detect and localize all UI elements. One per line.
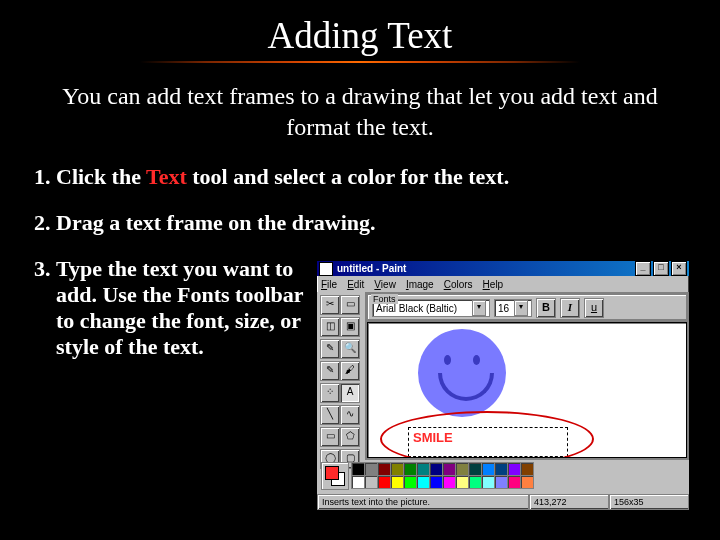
chevron-down-icon: ▾ [514, 300, 528, 316]
font-name-value: Arial Black (Baltic) [376, 303, 457, 314]
status-dim: 156x35 [609, 494, 689, 510]
intro-text: You can add text frames to a drawing tha… [40, 81, 680, 142]
paint-menubar: FFileile Edit View Image Colors Help [317, 276, 689, 292]
color-swatch[interactable] [429, 462, 443, 476]
step-3: Type the text you want to add. Use the F… [56, 256, 336, 360]
status-message: Inserts text into the picture. [317, 494, 529, 510]
color-swatch[interactable] [494, 462, 508, 476]
tool-line[interactable]: ╲ [320, 405, 340, 425]
color-swatch[interactable] [351, 462, 365, 476]
step-1-part-c: tool and select a color for the text. [187, 164, 509, 189]
tool-fill[interactable]: ▣ [340, 317, 360, 337]
tool-picker[interactable]: ✎ [320, 339, 340, 359]
menu-image[interactable]: Image [406, 279, 434, 290]
color-swatch[interactable] [442, 462, 456, 476]
paint-statusbar: Inserts text into the picture. 413,272 1… [317, 494, 689, 510]
color-swatch[interactable] [442, 475, 456, 489]
color-swatch[interactable] [455, 462, 469, 476]
paint-body: ✂ ▭ ◫ ▣ ✎ 🔍 ✎ 🖌 ⁘ A ╲ ∿ ▭ ⬠ ◯ ▢ Fonts Ar… [317, 292, 689, 460]
color-palette [317, 460, 689, 494]
color-swatch[interactable] [377, 462, 391, 476]
text-frame[interactable]: SMILE [408, 427, 568, 457]
color-swatch[interactable] [494, 475, 508, 489]
tool-zoom[interactable]: 🔍 [340, 339, 360, 359]
tool-text[interactable]: A [340, 383, 360, 403]
tool-eraser[interactable]: ◫ [320, 317, 340, 337]
color-swatch[interactable] [403, 475, 417, 489]
color-swatch[interactable] [390, 475, 404, 489]
paint-toolbox: ✂ ▭ ◫ ▣ ✎ 🔍 ✎ 🖌 ⁘ A ╲ ∿ ▭ ⬠ ◯ ▢ [317, 292, 365, 460]
color-swatch[interactable] [403, 462, 417, 476]
color-swatch[interactable] [468, 462, 482, 476]
status-coord: 413,272 [529, 494, 609, 510]
paint-titlebar: untitled - Paint _ □ × [317, 261, 689, 276]
underline-button[interactable]: u [584, 298, 604, 318]
color-swatch[interactable] [520, 475, 534, 489]
color-swatch[interactable] [364, 475, 378, 489]
paint-canvas[interactable]: SMILE [367, 322, 687, 458]
menu-help[interactable]: Help [483, 279, 504, 290]
slide-title: Adding Text [0, 14, 720, 57]
step-1-part-a: Click the [56, 164, 146, 189]
maximize-button[interactable]: □ [653, 261, 669, 276]
tool-rect[interactable]: ▭ [320, 427, 340, 447]
tool-pencil[interactable]: ✎ [320, 361, 340, 381]
color-swatch[interactable] [416, 462, 430, 476]
color-swatch[interactable] [520, 462, 534, 476]
minimize-button[interactable]: _ [635, 261, 651, 276]
paint-window: untitled - Paint _ □ × FFileile Edit Vie… [316, 260, 690, 510]
menu-colors[interactable]: Colors [444, 279, 473, 290]
color-swatch[interactable] [377, 475, 391, 489]
bold-button[interactable]: B [536, 298, 556, 318]
close-button[interactable]: × [671, 261, 687, 276]
tool-curve[interactable]: ∿ [340, 405, 360, 425]
menu-file[interactable]: FFileile [321, 279, 337, 290]
tool-spray[interactable]: ⁘ [320, 383, 340, 403]
font-size-select[interactable]: 16 ▾ [494, 299, 532, 317]
color-swatch[interactable] [429, 475, 443, 489]
step-1: Click the Text tool and select a color f… [56, 164, 720, 190]
color-swatch[interactable] [455, 475, 469, 489]
palette-swatches [351, 462, 532, 492]
font-size-value: 16 [498, 303, 509, 314]
color-swatch[interactable] [390, 462, 404, 476]
color-swatch[interactable] [481, 462, 495, 476]
title-divider [140, 61, 580, 63]
step-1-accent: Text [146, 164, 187, 189]
fonts-toolbar-label: Fonts [371, 294, 398, 304]
tool-freeform-select[interactable]: ✂ [320, 295, 340, 315]
italic-button[interactable]: I [560, 298, 580, 318]
color-swatch[interactable] [481, 475, 495, 489]
current-colors[interactable] [321, 462, 349, 490]
color-swatch[interactable] [507, 475, 521, 489]
menu-edit[interactable]: Edit [347, 279, 364, 290]
color-swatch[interactable] [468, 475, 482, 489]
tool-rect-select[interactable]: ▭ [340, 295, 360, 315]
smiley-drawing [418, 329, 506, 417]
paint-app-icon [319, 262, 333, 276]
tool-polygon[interactable]: ⬠ [340, 427, 360, 447]
tool-brush[interactable]: 🖌 [340, 361, 360, 381]
step-2: Drag a text frame on the drawing. [56, 210, 720, 236]
paint-window-title: untitled - Paint [337, 263, 633, 274]
color-swatch[interactable] [507, 462, 521, 476]
menu-view[interactable]: View [374, 279, 396, 290]
foreground-color-swatch [325, 466, 339, 480]
paint-canvas-area: Fonts Arial Black (Baltic) ▾ 16 ▾ B I u … [365, 292, 689, 460]
color-swatch[interactable] [364, 462, 378, 476]
color-swatch[interactable] [351, 475, 365, 489]
chevron-down-icon: ▾ [472, 300, 486, 316]
color-swatch[interactable] [416, 475, 430, 489]
fonts-toolbar: Fonts Arial Black (Baltic) ▾ 16 ▾ B I u [367, 294, 687, 320]
